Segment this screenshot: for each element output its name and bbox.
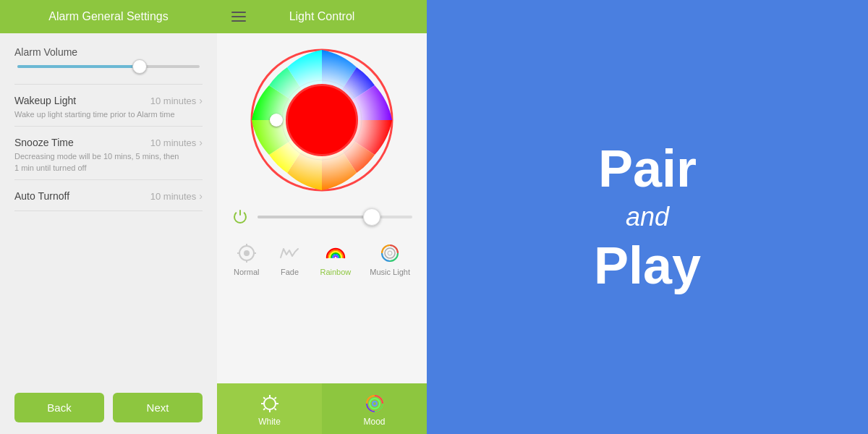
volume-slider-thumb[interactable] — [132, 59, 147, 74]
svg-point-11 — [388, 251, 392, 255]
brightness-thumb[interactable] — [363, 208, 380, 226]
color-wheel-container — [217, 33, 427, 200]
and-heading: and — [626, 202, 669, 232]
brightness-fill — [258, 216, 366, 218]
color-wheel-knob[interactable] — [270, 114, 283, 127]
auto-turnoff-row: Auto Turnoff 10 minutes › — [14, 180, 203, 211]
svg-point-22 — [370, 399, 380, 409]
hamburger-line-1 — [231, 12, 246, 13]
hamburger-menu-icon[interactable] — [231, 12, 246, 22]
bottom-tabs: White Mood — [217, 383, 427, 434]
snooze-time-chevron: › — [199, 137, 203, 148]
pair-heading: Pair — [598, 142, 697, 195]
svg-point-12 — [264, 398, 276, 409]
mood-tab-label: Mood — [363, 417, 385, 427]
color-center-circle — [286, 84, 358, 156]
fade-mode-icon — [278, 242, 301, 265]
wakeup-light-row: Wakeup Light 10 minutes › Wake up light … — [14, 85, 203, 127]
bottom-buttons: Back Next — [0, 381, 217, 434]
white-tab-icon — [260, 393, 280, 414]
snooze-time-top: Snooze Time 10 minutes › — [14, 137, 203, 148]
mode-fade[interactable]: Fade — [278, 242, 301, 276]
hamburger-line-2 — [231, 16, 246, 17]
mode-row: Normal Fade Rainb — [217, 234, 427, 281]
mood-tab-icon — [365, 393, 385, 414]
rainbow-mode-label: Rainbow — [320, 268, 351, 276]
auto-turnoff-chevron: › — [199, 190, 203, 202]
volume-slider-fill — [17, 65, 136, 68]
mode-music-light[interactable]: Music Light — [370, 242, 410, 276]
hamburger-line-3 — [231, 20, 246, 22]
promo-panel: Pair and Play — [427, 0, 868, 434]
wakeup-light-top: Wakeup Light 10 minutes › — [14, 95, 203, 106]
color-wheel-wrapper[interactable] — [250, 48, 394, 192]
light-header-title: Light Control — [255, 10, 389, 23]
music-light-mode-icon — [378, 242, 401, 265]
next-button[interactable]: Next — [113, 393, 203, 422]
auto-turnoff-value[interactable]: 10 minutes › — [150, 190, 203, 202]
snooze-time-desc: Decreasing mode will be 10 mins, 5 mins,… — [14, 151, 181, 174]
svg-point-10 — [385, 248, 395, 258]
auto-turnoff-label: Auto Turnoff — [14, 190, 69, 202]
back-button[interactable]: Back — [14, 393, 104, 422]
wakeup-light-label: Wakeup Light — [14, 95, 76, 106]
light-header: Light Control — [217, 0, 427, 33]
rainbow-mode-icon — [324, 242, 347, 265]
alarm-header-title: Alarm General Settings — [48, 10, 168, 22]
tab-mood[interactable]: Mood — [322, 383, 427, 434]
snooze-time-row: Snooze Time 10 minutes › Decreasing mode… — [14, 127, 203, 180]
light-control-panel: Light Control — [217, 0, 427, 434]
settings-body: Alarm Volume Wakeup Light 10 minutes › W… — [0, 33, 217, 381]
volume-slider-track[interactable] — [17, 65, 200, 68]
wakeup-light-value[interactable]: 10 minutes › — [150, 95, 203, 106]
auto-turnoff-top: Auto Turnoff 10 minutes › — [14, 190, 203, 202]
volume-label: Alarm Volume — [14, 46, 203, 58]
wakeup-light-desc: Wake up light starting time prior to Ala… — [14, 109, 181, 120]
svg-line-19 — [274, 397, 276, 399]
fade-mode-label: Fade — [281, 268, 299, 276]
snooze-time-value[interactable]: 10 minutes › — [150, 137, 203, 148]
normal-mode-icon — [235, 242, 258, 265]
wakeup-light-chevron: › — [199, 95, 203, 106]
svg-point-4 — [244, 250, 250, 256]
brightness-track[interactable] — [258, 216, 412, 218]
music-light-mode-label: Music Light — [370, 268, 410, 276]
brightness-section — [217, 200, 427, 234]
white-tab-label: White — [258, 417, 281, 427]
power-icon[interactable] — [231, 208, 249, 226]
svg-point-23 — [373, 401, 377, 406]
play-heading: Play — [594, 239, 701, 292]
alarm-settings-panel: Alarm General Settings Alarm Volume Wake… — [0, 0, 217, 434]
svg-line-17 — [263, 397, 265, 399]
tab-white[interactable]: White — [217, 383, 322, 434]
normal-mode-label: Normal — [234, 268, 259, 276]
svg-line-18 — [274, 409, 276, 410]
svg-line-20 — [263, 409, 265, 410]
mode-normal[interactable]: Normal — [234, 242, 259, 276]
mode-rainbow[interactable]: Rainbow — [320, 242, 351, 276]
snooze-time-label: Snooze Time — [14, 137, 74, 148]
alarm-header: Alarm General Settings — [0, 0, 217, 33]
volume-section: Alarm Volume — [14, 33, 203, 85]
